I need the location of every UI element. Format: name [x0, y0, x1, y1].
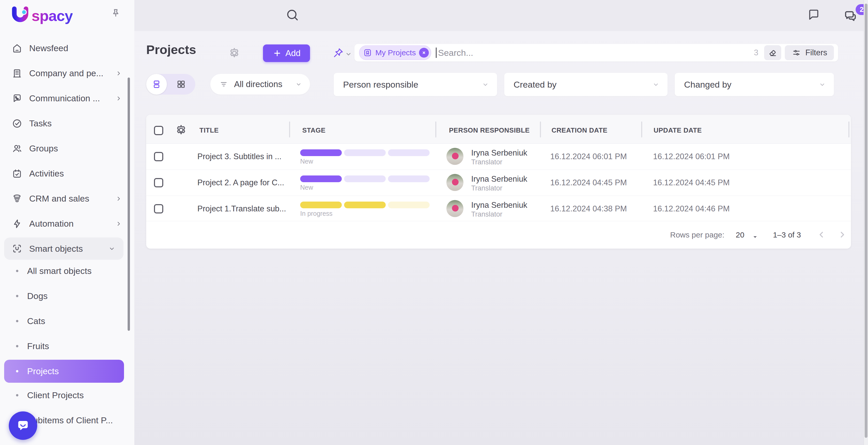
sidebar-item-communication[interactable]: Communication ... [0, 86, 134, 111]
row-checkbox[interactable] [154, 204, 163, 213]
creation-date: 16.12.2024 06:01 PM [550, 152, 627, 161]
creation-date: 16.12.2024 04:38 PM [550, 204, 627, 213]
comment-icon[interactable] [807, 8, 820, 22]
filters-button-label: Filters [805, 48, 827, 57]
project-title[interactable]: Project 2. A page for C... [197, 178, 284, 187]
column-header-updated: UPDATE DATE [654, 126, 702, 135]
rows-per-page-select[interactable]: 20 [736, 231, 744, 239]
search-icon[interactable] [285, 8, 300, 22]
sidebar-item-automation[interactable]: Automation [0, 211, 134, 236]
sidebar-item-projects[interactable]: Projects [4, 360, 124, 383]
chevron-down-icon [818, 81, 826, 88]
project-title[interactable]: Project 3. Subtitles in ... [197, 152, 282, 161]
add-button[interactable]: Add [263, 44, 310, 62]
column-divider [848, 121, 849, 138]
sidebar-item-label: Groups [29, 143, 58, 153]
chat-bubble-icon [16, 418, 30, 433]
bullet-icon [16, 295, 18, 297]
person-name[interactable]: Iryna Serbeniuk [471, 174, 527, 184]
sidebar-item-label: Smart objects [29, 244, 83, 254]
column-header-stage: STAGE [302, 126, 326, 135]
chip-close-icon[interactable] [419, 48, 429, 58]
person-responsible-dropdown-value: Person responsible [343, 80, 418, 90]
stage-label: New [300, 184, 432, 191]
changed-by-dropdown[interactable]: Changed by [675, 73, 834, 96]
text-cursor [436, 48, 437, 58]
pin-filter-icon[interactable] [332, 47, 344, 59]
sidebar-item-client-projects[interactable]: Client Projects [0, 383, 134, 408]
row-checkbox[interactable] [154, 152, 163, 161]
chevron-down-icon [482, 81, 489, 88]
sidebar-item-label: Fruits [27, 341, 49, 351]
list-view-icon [151, 79, 162, 90]
app-logo[interactable]: spacy [10, 6, 72, 25]
sidebar-item-fruits[interactable]: Fruits [0, 334, 134, 359]
select-arrow-icon[interactable] [751, 233, 759, 241]
person-name[interactable]: Iryna Serbeniuk [471, 201, 527, 210]
sidebar-item-label: Company and pe... [29, 68, 103, 78]
stage-label: In progress [300, 210, 432, 217]
table-settings-gear-icon[interactable] [175, 123, 188, 137]
sidebar-item-newsfeed[interactable]: Newsfeed [0, 36, 134, 61]
bookmark-icon [363, 48, 372, 57]
sidebar-item-cats[interactable]: Cats [0, 308, 134, 334]
sliders-icon [792, 48, 801, 58]
chevron-down-icon [108, 245, 116, 253]
page-title: Projects [146, 42, 196, 57]
sidebar-item-activities[interactable]: Activities [0, 161, 134, 186]
stage-progress-bar[interactable]: New [300, 175, 432, 191]
calendar-check-icon [11, 168, 23, 179]
sidebar-scrollbar[interactable] [128, 78, 130, 331]
search-input[interactable] [438, 48, 754, 58]
filters-button[interactable]: Filters [785, 45, 834, 60]
project-title[interactable]: Project 1.Translate sub... [197, 204, 286, 213]
sidebar-item-tasks[interactable]: Tasks [0, 111, 134, 136]
chat-phone-icon [11, 93, 23, 104]
created-by-dropdown[interactable]: Created by [504, 73, 668, 96]
clear-filters-eraser-button[interactable] [764, 45, 781, 60]
update-date: 16.12.2024 04:46 PM [653, 204, 730, 213]
select-all-checkbox[interactable] [154, 126, 163, 135]
chat-widget-button[interactable] [9, 411, 37, 440]
page-scrollbar-thumb[interactable] [865, 4, 867, 438]
bullet-icon [16, 370, 18, 373]
sidebar-pin-icon[interactable] [110, 8, 122, 20]
lightning-icon [11, 218, 23, 229]
sidebar-nav: Newsfeed Company and pe... Communication… [0, 36, 134, 433]
sidebar: spacy Newsfeed Company and pe... Communi… [0, 0, 134, 445]
changed-by-dropdown-value: Changed by [684, 80, 731, 90]
pin-chevron-down-icon[interactable] [345, 50, 352, 58]
sidebar-item-smart-objects[interactable]: Smart objects [4, 237, 123, 260]
bullet-icon [16, 320, 18, 322]
messenger-icon[interactable] [843, 9, 858, 24]
row-checkbox[interactable] [154, 178, 163, 187]
next-page-button[interactable] [836, 229, 848, 240]
list-view-button[interactable] [146, 74, 167, 95]
search-bar[interactable]: My Projects 3 Filters [354, 44, 838, 61]
stage-progress-bar[interactable]: In progress [300, 202, 432, 217]
grid-view-button[interactable] [167, 79, 195, 90]
filter-count: 3 [754, 48, 758, 57]
funnel-stack-icon [11, 193, 23, 204]
pagination-range: 1–3 of 3 [773, 231, 801, 239]
my-projects-filter-chip[interactable]: My Projects [359, 46, 431, 60]
sidebar-item-groups[interactable]: Groups [0, 136, 134, 161]
sidebar-item-company[interactable]: Company and pe... [0, 61, 134, 86]
person-avatar [446, 174, 463, 191]
stage-progress-bar[interactable]: New [300, 149, 432, 165]
sidebar-item-dogs[interactable]: Dogs [0, 284, 134, 308]
sidebar-item-label: Communication ... [29, 93, 100, 103]
directions-dropdown[interactable]: All directions [210, 74, 310, 95]
sidebar-item-crm[interactable]: CRM and sales [0, 186, 134, 211]
chip-label: My Projects [375, 48, 416, 57]
person-responsible-dropdown[interactable]: Person responsible [334, 73, 497, 96]
page-scrollbar-track[interactable] [864, 0, 868, 445]
grid-view-icon [176, 79, 187, 90]
page-settings-gear-icon[interactable] [228, 47, 241, 59]
bullet-icon [16, 345, 18, 347]
sidebar-item-label: Activities [29, 169, 64, 179]
sidebar-item-all-smart-objects[interactable]: All smart objects [0, 259, 134, 284]
person-role: Translator [471, 158, 502, 166]
person-name[interactable]: Iryna Serbeniuk [471, 148, 527, 158]
previous-page-button[interactable] [816, 229, 827, 240]
